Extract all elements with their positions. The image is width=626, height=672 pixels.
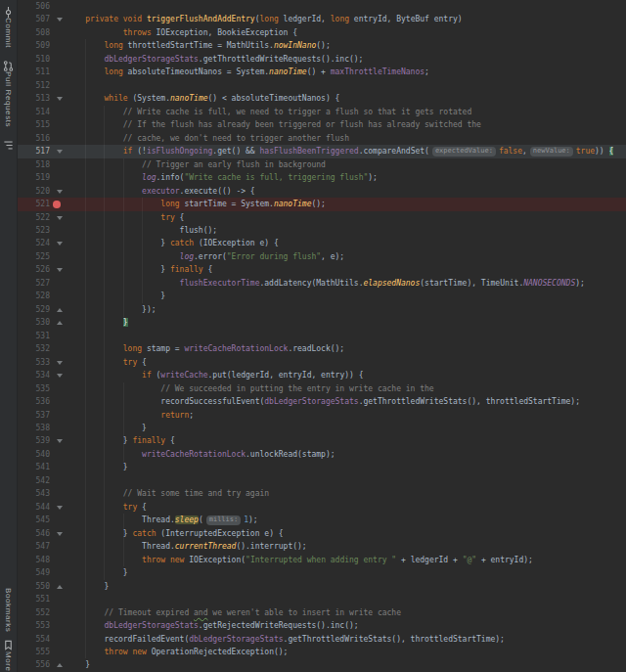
code-line[interactable]: 520 executor.execute(() -> { [18,185,626,198]
gutter-cell[interactable] [53,26,67,39]
code-line[interactable]: 524 } catch (IOException e) { [18,237,626,249]
stripe-item-pull-requests[interactable]: Pull Requests [3,57,14,127]
code-line[interactable]: 556 } [18,658,626,671]
code-line[interactable]: 544 try { [18,501,626,514]
gutter-cell[interactable] [53,303,67,316]
code-line[interactable]: 510 dbLedgerStorageStats.getThrottledWri… [18,53,626,66]
code-line[interactable]: 507 private void triggerFlushAndAddEntry… [18,13,626,25]
stripe-item-bookmarks[interactable]: Bookmarks [3,588,14,647]
code-line[interactable]: 529 }); [18,303,626,316]
code-line[interactable]: 534 if (writeCache.put(ledgerId, entryId… [18,369,626,381]
fold-marker-icon[interactable] [57,506,63,510]
gutter-cell[interactable] [53,606,67,619]
gutter-cell[interactable] [53,434,67,447]
line-number[interactable]: 526 [18,263,53,276]
gutter-cell[interactable] [53,92,67,105]
gutter-cell[interactable] [53,132,67,145]
gutter-cell[interactable] [53,39,67,52]
code-line[interactable]: 526 } finally { [18,263,626,276]
code-line[interactable]: 549 } [18,566,626,579]
line-number[interactable]: 527 [18,277,53,290]
code-line[interactable]: 539 } finally { [18,434,626,447]
code-line[interactable]: 512 [18,79,626,92]
fold-marker-icon[interactable] [57,321,63,325]
code-line[interactable]: 528 } [18,290,626,302]
gutter-cell[interactable] [53,382,67,395]
gutter-cell[interactable] [53,342,67,355]
gutter-cell[interactable] [53,566,67,579]
code-line[interactable]: 511 long absoluteTimeoutNanos = System.n… [18,66,626,78]
gutter-cell[interactable] [53,263,67,276]
line-number[interactable]: 538 [18,422,53,434]
gutter-cell[interactable] [53,250,67,263]
stripe-item-structure[interactable] [3,136,14,147]
gutter-cell[interactable] [53,13,67,25]
line-number[interactable]: 510 [18,53,53,66]
line-number[interactable]: 521 [18,198,53,210]
line-number[interactable]: 508 [18,26,53,39]
code-line[interactable]: 552 // Timeout expired and we weren't ab… [18,606,626,619]
code-line[interactable]: 554 recordFailedEvent(dbLedgerStorageSta… [18,633,626,646]
gutter-cell[interactable] [53,474,67,487]
fold-marker-icon[interactable] [57,439,63,443]
line-number[interactable]: 524 [18,237,53,249]
stripe-item-more[interactable]: More [4,651,13,672]
line-number[interactable]: 506 [18,0,53,13]
gutter-cell[interactable] [53,580,67,593]
fold-marker-icon[interactable] [57,585,63,589]
gutter-cell[interactable] [53,145,67,157]
code-line[interactable]: 518 // Trigger an early flush in backgro… [18,158,626,171]
gutter-cell[interactable] [53,554,67,566]
gutter-cell[interactable] [53,658,67,671]
line-number[interactable]: 528 [18,290,53,302]
line-number[interactable]: 537 [18,409,53,422]
gutter-cell[interactable] [53,461,67,473]
gutter-cell[interactable] [53,633,67,646]
gutter-cell[interactable] [53,540,67,553]
fold-marker-icon[interactable] [57,374,63,378]
gutter-cell[interactable] [53,0,67,13]
line-number[interactable]: 523 [18,224,53,237]
code-line[interactable]: 535 // We succeeded in putting the entry… [18,382,626,395]
line-number[interactable]: 551 [18,593,53,605]
code-line[interactable]: 531 [18,330,626,342]
line-number[interactable]: 534 [18,369,53,381]
gutter-cell[interactable] [53,619,67,632]
line-number[interactable]: 533 [18,356,53,369]
line-number[interactable]: 514 [18,106,53,118]
code-line[interactable]: 536 recordSuccessfulEvent(dbLedgerStorag… [18,395,626,408]
line-number[interactable]: 516 [18,132,53,145]
gutter-cell[interactable] [53,356,67,369]
gutter-cell[interactable] [53,237,67,249]
gutter-cell[interactable] [53,369,67,381]
code-line[interactable]: 551 [18,593,626,605]
line-number[interactable]: 549 [18,566,53,579]
line-number[interactable]: 552 [18,606,53,619]
code-line[interactable]: 543 // Wait some time and try again [18,487,626,500]
line-number[interactable]: 543 [18,487,53,500]
gutter-cell[interactable] [53,290,67,302]
code-line[interactable]: 508 throws IOException, BookieException … [18,26,626,39]
line-number[interactable]: 553 [18,619,53,632]
code-line[interactable]: 532 long stamp = writeCacheRotationLock.… [18,342,626,355]
line-number[interactable]: 512 [18,79,53,92]
line-number[interactable]: 541 [18,461,53,473]
code-line[interactable]: 541 } [18,461,626,473]
code-line[interactable]: 525 log.error("Error during flush", e); [18,250,626,263]
code-line[interactable]: 517 if (!isFlushOngoing.get() && hasFlus… [18,145,626,157]
code-line[interactable]: 553 dbLedgerStorageStats.getRejectedWrit… [18,619,626,632]
line-number[interactable]: 515 [18,118,53,131]
code-line[interactable]: 523 flush(); [18,224,626,237]
code-line[interactable]: 547 Thread.currentThread().interrupt(); [18,540,626,553]
line-number[interactable]: 520 [18,185,53,198]
gutter-cell[interactable] [53,106,67,118]
code-line[interactable]: 527 flushExecutorTime.addLatency(MathUti… [18,277,626,290]
stripe-item-commit[interactable]: Commit [3,3,14,48]
gutter-cell[interactable] [53,66,67,78]
line-number[interactable]: 522 [18,211,53,224]
gutter-cell[interactable] [53,79,67,92]
gutter-cell[interactable] [53,593,67,605]
line-number[interactable]: 539 [18,434,53,447]
code-line[interactable]: 550 } [18,580,626,593]
line-number[interactable]: 525 [18,250,53,263]
